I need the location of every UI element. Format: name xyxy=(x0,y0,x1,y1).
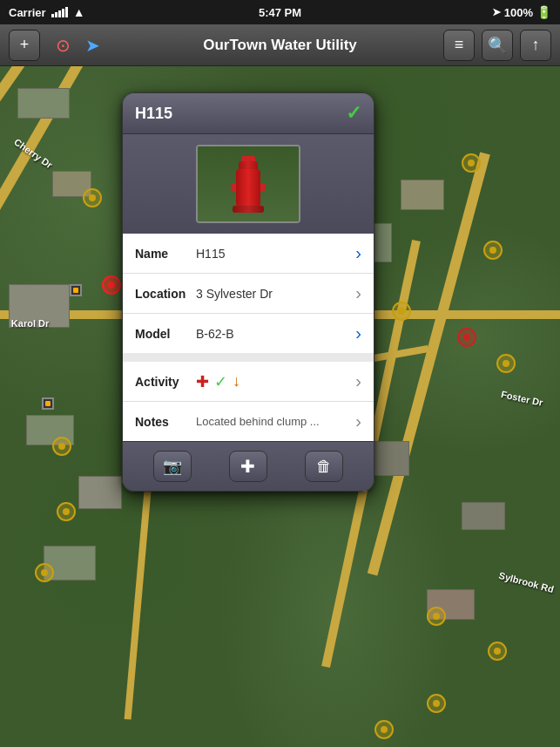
marker-15[interactable] xyxy=(427,694,446,713)
marker-5[interactable] xyxy=(83,188,102,207)
add-icon: + xyxy=(20,36,30,54)
marker-7[interactable] xyxy=(392,302,411,321)
location-icon: ⊙ xyxy=(56,35,71,56)
arrow-icon: ➤ xyxy=(85,36,100,55)
marker-4[interactable] xyxy=(462,153,481,173)
marker-inner-5 xyxy=(89,194,96,201)
popup-card: H115 ✓ Name H115 › xyxy=(122,92,374,492)
camera-button[interactable]: 📷 xyxy=(153,451,192,482)
building-1 xyxy=(17,88,70,119)
marker-inner-13 xyxy=(433,613,440,620)
marker-inner-8 xyxy=(503,360,509,367)
field-label-location: Location xyxy=(135,287,196,301)
popup-checkmark: ✓ xyxy=(346,102,361,125)
search-button[interactable]: 🔍 xyxy=(482,30,513,61)
signal-bar-4 xyxy=(62,9,64,17)
map-container[interactable]: Cherry Dr Karol Dr Point Dr Foster Dr Sy… xyxy=(0,66,560,747)
popup-fields-2: Activity ✚ ✓ ↓ › Notes Located behind cl… xyxy=(123,362,374,441)
wifi-icon: ▲ xyxy=(73,5,85,19)
battery-icon: 🔋 xyxy=(536,5,551,19)
building-13 xyxy=(462,502,505,530)
time-text: 5:47 PM xyxy=(259,6,301,19)
delete-button[interactable]: 🗑 xyxy=(305,451,343,482)
marker-12[interactable] xyxy=(35,563,54,582)
signal-bar-3 xyxy=(58,10,61,17)
marker-14[interactable] xyxy=(488,642,507,661)
popup-image[interactable] xyxy=(196,145,300,223)
list-icon: ≡ xyxy=(455,36,464,54)
nav-bar: + ⊙ ➤ OurTown Water Utility ≡ 🔍 ↑ xyxy=(0,24,560,66)
status-right: ➤ 100% 🔋 xyxy=(492,5,551,19)
pipeline-marker-2 xyxy=(42,397,54,410)
pipeline-marker-1 xyxy=(70,284,82,296)
building-4 xyxy=(401,180,444,210)
activity-icon-cross: ✚ xyxy=(196,372,209,391)
navigation-arrow-button[interactable]: ➤ xyxy=(85,35,100,56)
marker-inner-11 xyxy=(63,508,70,515)
field-arrow-location: › xyxy=(355,283,361,303)
status-bar: Carrier ▲ 5:47 PM ➤ 100% 🔋 xyxy=(0,0,560,24)
marker-11[interactable] xyxy=(57,502,76,521)
marker-inner-4 xyxy=(468,160,475,166)
carrier-text: Carrier xyxy=(9,6,46,19)
field-arrow-model: › xyxy=(355,323,361,343)
location-button[interactable]: ⊙ xyxy=(47,30,78,61)
road-label-karol: Karol Dr xyxy=(11,318,49,329)
marker-inner-12 xyxy=(41,569,48,576)
search-icon: 🔍 xyxy=(488,36,507,55)
field-label-name: Name xyxy=(135,247,196,261)
status-left: Carrier ▲ xyxy=(9,5,85,19)
field-value-model: B-62-B xyxy=(196,327,355,341)
field-row-activity[interactable]: Activity ✚ ✓ ↓ › xyxy=(123,362,374,402)
camera-icon: 📷 xyxy=(163,457,182,476)
marker-16[interactable] xyxy=(374,720,394,739)
marker-inner-10 xyxy=(58,443,65,450)
field-label-notes: Notes xyxy=(135,415,196,429)
marker-10[interactable] xyxy=(52,437,71,456)
marker-active-2[interactable] xyxy=(102,275,121,295)
hydrant-base xyxy=(233,206,264,213)
battery-text: 100% xyxy=(504,6,533,19)
popup-title: H115 xyxy=(135,105,172,123)
activity-icon-check: ✓ xyxy=(214,372,227,391)
field-label-model: Model xyxy=(135,327,196,341)
hydrant-body xyxy=(236,169,260,208)
trash-icon: 🗑 xyxy=(316,458,332,476)
field-label-activity: Activity xyxy=(135,375,196,389)
location-arrow-icon: ➤ xyxy=(492,6,501,18)
marker-inner-active-1 xyxy=(463,334,470,341)
field-value-notes: Located behind clump ... xyxy=(196,415,355,428)
marker-inner-active-2 xyxy=(108,282,115,289)
signal-bar-1 xyxy=(51,14,54,17)
nav-right-buttons: ≡ 🔍 ↑ xyxy=(443,30,551,61)
field-arrow-name: › xyxy=(355,243,361,263)
field-row-notes[interactable]: Notes Located behind clump ... › xyxy=(123,402,374,441)
popup-header: H115 ✓ xyxy=(123,93,374,134)
field-value-name: H115 xyxy=(196,247,355,261)
add-location-button[interactable]: ✚ xyxy=(229,451,267,482)
popup-footer: 📷 ✚ 🗑 xyxy=(123,441,374,491)
marker-active-1[interactable] xyxy=(457,328,476,347)
field-row-name[interactable]: Name H115 › xyxy=(123,234,374,274)
signal-bar-2 xyxy=(55,12,57,17)
marker-inner-16 xyxy=(381,726,388,733)
marker-inner-15 xyxy=(433,700,440,707)
marker-8[interactable] xyxy=(496,354,516,373)
field-arrow-notes: › xyxy=(355,411,361,431)
popup-fields: Name H115 › Location 3 Sylvester Dr › Mo… xyxy=(123,234,374,353)
marker-13[interactable] xyxy=(427,607,446,626)
share-button[interactable]: ↑ xyxy=(520,30,551,61)
marker-6[interactable] xyxy=(483,241,503,260)
popup-image-area xyxy=(123,134,374,234)
add-button[interactable]: + xyxy=(9,30,40,61)
field-value-location: 3 Sylvester Dr xyxy=(196,287,355,301)
signal-bar-5 xyxy=(65,7,68,17)
popup-divider xyxy=(123,353,374,362)
nav-left-buttons: + ⊙ ➤ xyxy=(9,30,100,61)
field-arrow-activity: › xyxy=(355,371,361,391)
signal-bars xyxy=(51,7,68,17)
field-row-model[interactable]: Model B-62-B › xyxy=(123,314,374,353)
field-row-location[interactable]: Location 3 Sylvester Dr › xyxy=(123,274,374,314)
activity-icon-down: ↓ xyxy=(233,372,240,390)
list-button[interactable]: ≡ xyxy=(443,30,475,61)
